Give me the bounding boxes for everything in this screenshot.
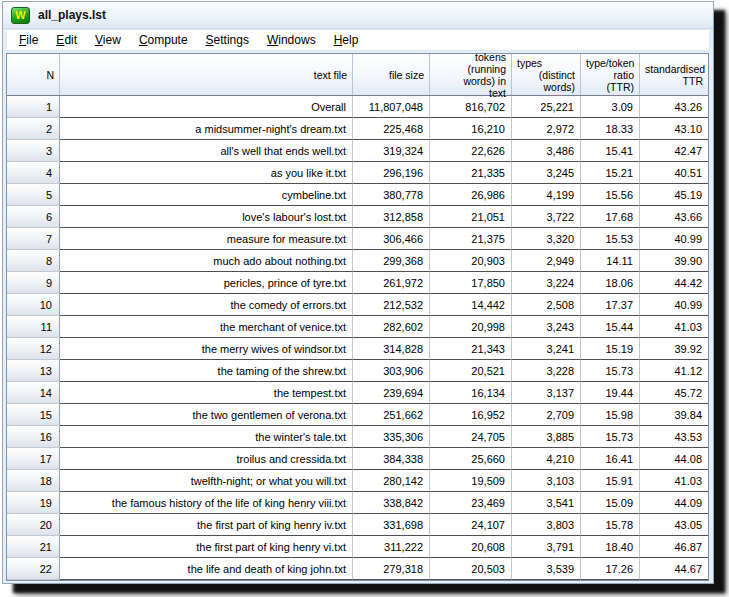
cell-types[interactable]: 2,972 — [512, 118, 581, 140]
cell-text_file[interactable]: much ado about nothing.txt — [60, 250, 353, 272]
cell-types[interactable]: 3,803 — [512, 514, 581, 536]
cell-sttr[interactable]: 39.92 — [640, 338, 708, 360]
row-number-cell[interactable]: 9 — [7, 272, 60, 294]
cell-types[interactable]: 25,221 — [512, 96, 581, 118]
row-number-cell[interactable]: 22 — [7, 558, 60, 580]
row-number-cell[interactable]: 21 — [7, 536, 60, 558]
cell-tokens[interactable]: 19,509 — [430, 470, 512, 492]
row-number-cell[interactable]: 2 — [7, 118, 60, 140]
cell-types[interactable]: 3,885 — [512, 426, 581, 448]
cell-file_size[interactable]: 279,318 — [353, 558, 430, 580]
menu-item-compute[interactable]: Compute — [130, 31, 197, 49]
cell-tokens[interactable]: 20,903 — [430, 250, 512, 272]
cell-ttr[interactable]: 18.06 — [581, 272, 640, 294]
cell-sttr[interactable]: 40.51 — [640, 162, 708, 184]
cell-text_file[interactable]: the tempest.txt — [60, 382, 353, 404]
cell-types[interactable]: 3,722 — [512, 206, 581, 228]
cell-ttr[interactable]: 18.40 — [581, 536, 640, 558]
cell-types[interactable]: 3,245 — [512, 162, 581, 184]
cell-text_file[interactable]: the first part of king henry vi.txt — [60, 536, 353, 558]
column-header-sttr[interactable]: standardisedTTR — [640, 54, 708, 95]
cell-tokens[interactable]: 14,442 — [430, 294, 512, 316]
cell-text_file[interactable]: the life and death of king john.txt — [60, 558, 353, 580]
cell-file_size[interactable]: 280,142 — [353, 470, 430, 492]
cell-file_size[interactable]: 303,906 — [353, 360, 430, 382]
column-header-text_file[interactable]: text file — [60, 54, 353, 95]
cell-sttr[interactable]: 39.84 — [640, 404, 708, 426]
cell-file_size[interactable]: 239,694 — [353, 382, 430, 404]
column-header-n[interactable]: N — [7, 54, 60, 95]
cell-text_file[interactable]: the first part of king henry iv.txt — [60, 514, 353, 536]
cell-types[interactable]: 2,508 — [512, 294, 581, 316]
cell-tokens[interactable]: 21,051 — [430, 206, 512, 228]
cell-types[interactable]: 3,539 — [512, 558, 581, 580]
row-number-cell[interactable]: 1 — [7, 96, 60, 118]
row-number-cell[interactable]: 7 — [7, 228, 60, 250]
cell-ttr[interactable]: 15.73 — [581, 426, 640, 448]
cell-tokens[interactable]: 23,469 — [430, 492, 512, 514]
column-header-file_size[interactable]: file size — [353, 54, 430, 95]
cell-file_size[interactable]: 311,222 — [353, 536, 430, 558]
cell-ttr[interactable]: 16.41 — [581, 448, 640, 470]
cell-file_size[interactable]: 331,698 — [353, 514, 430, 536]
cell-sttr[interactable]: 46.87 — [640, 536, 708, 558]
cell-text_file[interactable]: all's well that ends well.txt — [60, 140, 353, 162]
cell-text_file[interactable]: the two gentlemen of verona.txt — [60, 404, 353, 426]
cell-tokens[interactable]: 816,702 — [430, 96, 512, 118]
row-number-cell[interactable]: 18 — [7, 470, 60, 492]
cell-ttr[interactable]: 3.09 — [581, 96, 640, 118]
row-number-cell[interactable]: 10 — [7, 294, 60, 316]
column-header-tokens[interactable]: tokens (runningwords) intext — [430, 54, 512, 95]
cell-ttr[interactable]: 15.09 — [581, 492, 640, 514]
cell-text_file[interactable]: a midsummer-night's dream.txt — [60, 118, 353, 140]
cell-tokens[interactable]: 20,503 — [430, 558, 512, 580]
cell-file_size[interactable]: 261,972 — [353, 272, 430, 294]
cell-text_file[interactable]: troilus and cressida.txt — [60, 448, 353, 470]
cell-text_file[interactable]: the winter's tale.txt — [60, 426, 353, 448]
cell-text_file[interactable]: the comedy of errors.txt — [60, 294, 353, 316]
cell-sttr[interactable]: 44.08 — [640, 448, 708, 470]
cell-types[interactable]: 3,137 — [512, 382, 581, 404]
cell-file_size[interactable]: 384,338 — [353, 448, 430, 470]
cell-tokens[interactable]: 16,952 — [430, 404, 512, 426]
cell-ttr[interactable]: 15.41 — [581, 140, 640, 162]
cell-ttr[interactable]: 15.53 — [581, 228, 640, 250]
cell-text_file[interactable]: love's labour's lost.txt — [60, 206, 353, 228]
row-number-cell[interactable]: 11 — [7, 316, 60, 338]
cell-file_size[interactable]: 314,828 — [353, 338, 430, 360]
menu-item-settings[interactable]: Settings — [197, 31, 258, 49]
row-number-cell[interactable]: 19 — [7, 492, 60, 514]
cell-sttr[interactable]: 43.10 — [640, 118, 708, 140]
cell-sttr[interactable]: 40.99 — [640, 228, 708, 250]
cell-ttr[interactable]: 18.33 — [581, 118, 640, 140]
cell-ttr[interactable]: 15.91 — [581, 470, 640, 492]
row-number-cell[interactable]: 3 — [7, 140, 60, 162]
cell-tokens[interactable]: 24,107 — [430, 514, 512, 536]
cell-file_size[interactable]: 212,532 — [353, 294, 430, 316]
cell-ttr[interactable]: 15.98 — [581, 404, 640, 426]
cell-sttr[interactable]: 45.72 — [640, 382, 708, 404]
cell-file_size[interactable]: 11,807,048 — [353, 96, 430, 118]
cell-file_size[interactable]: 319,324 — [353, 140, 430, 162]
cell-file_size[interactable]: 312,858 — [353, 206, 430, 228]
cell-text_file[interactable]: twelfth-night; or what you will.txt — [60, 470, 353, 492]
cell-file_size[interactable]: 335,306 — [353, 426, 430, 448]
cell-tokens[interactable]: 24,705 — [430, 426, 512, 448]
cell-sttr[interactable]: 43.26 — [640, 96, 708, 118]
cell-sttr[interactable]: 44.42 — [640, 272, 708, 294]
cell-text_file[interactable]: the merchant of venice.txt — [60, 316, 353, 338]
menu-item-view[interactable]: View — [86, 31, 130, 49]
row-number-cell[interactable]: 6 — [7, 206, 60, 228]
cell-types[interactable]: 3,224 — [512, 272, 581, 294]
cell-sttr[interactable]: 44.67 — [640, 558, 708, 580]
cell-sttr[interactable]: 42.47 — [640, 140, 708, 162]
cell-tokens[interactable]: 20,608 — [430, 536, 512, 558]
cell-file_size[interactable]: 225,468 — [353, 118, 430, 140]
cell-file_size[interactable]: 299,368 — [353, 250, 430, 272]
cell-tokens[interactable]: 16,134 — [430, 382, 512, 404]
cell-text_file[interactable]: as you like it.txt — [60, 162, 353, 184]
cell-ttr[interactable]: 14.11 — [581, 250, 640, 272]
column-header-ttr[interactable]: type/tokenratio(TTR) — [581, 54, 640, 95]
cell-text_file[interactable]: the merry wives of windsor.txt — [60, 338, 353, 360]
cell-text_file[interactable]: Overall — [60, 96, 353, 118]
